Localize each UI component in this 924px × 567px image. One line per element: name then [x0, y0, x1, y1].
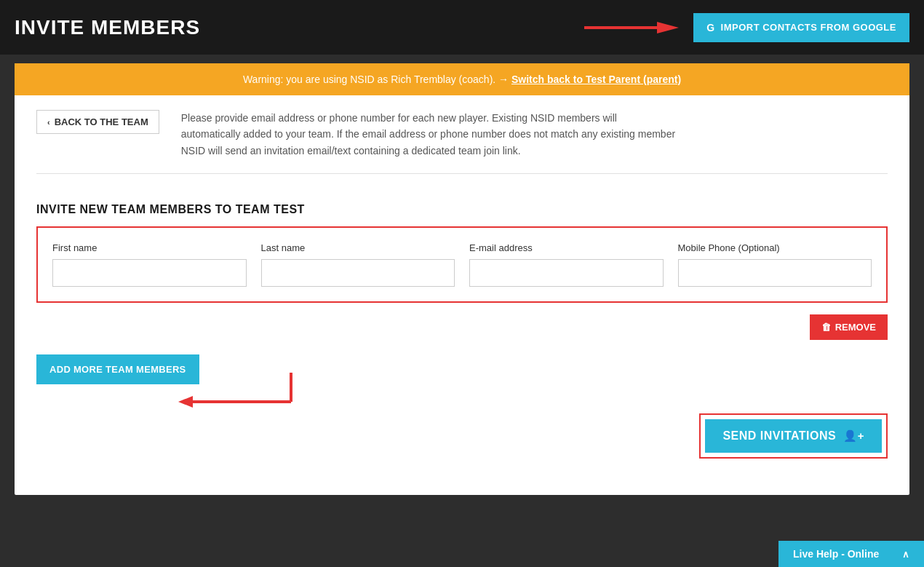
divider — [36, 173, 888, 174]
send-invitations-section: SEND INVITATIONS 👤+ — [36, 413, 888, 473]
header-arrow-decoration — [584, 19, 679, 36]
svg-marker-4 — [178, 396, 193, 408]
header: INVITE MEMBERS G IMPORT CONTACTS FROM GO… — [0, 0, 924, 55]
import-google-button[interactable]: G IMPORT CONTACTS FROM GOOGLE — [693, 13, 909, 42]
warning-arrow: → — [498, 74, 511, 85]
main-content: Warning: you are using NSID as Rich Trem… — [15, 63, 909, 495]
last-name-label: Last name — [261, 242, 455, 253]
add-more-section: ADD MORE TEAM MEMBERS — [36, 354, 888, 384]
remove-button-row: 🗑 REMOVE — [36, 314, 888, 340]
person-add-icon: 👤+ — [843, 429, 864, 443]
back-to-team-button[interactable]: ‹ BACK TO THE TEAM — [36, 110, 159, 134]
remove-label: REMOVE — [835, 322, 876, 333]
email-label: E-mail address — [469, 242, 664, 253]
member-form-row: First name Last name E-mail address Mobi… — [36, 226, 888, 303]
content-section: ‹ BACK TO THE TEAM Please provide email … — [15, 95, 909, 203]
chevron-up-icon: ∧ — [902, 549, 909, 560]
live-help-bar[interactable]: Live Help - Online ∧ — [778, 541, 924, 567]
invite-section-heading: INVITE NEW TEAM MEMBERS TO TEAM TEST — [36, 203, 888, 216]
last-name-field: Last name — [261, 242, 455, 287]
add-more-arrow-decoration — [178, 362, 295, 420]
trash-icon: 🗑 — [821, 322, 831, 333]
phone-field: Mobile Phone (Optional) — [678, 242, 872, 287]
first-name-input[interactable] — [52, 259, 247, 287]
back-info-row: ‹ BACK TO THE TEAM Please provide email … — [36, 110, 888, 159]
send-invitations-label: SEND INVITATIONS — [722, 429, 836, 443]
phone-input[interactable] — [678, 259, 872, 287]
last-name-input[interactable] — [261, 259, 455, 287]
page-title: INVITE MEMBERS — [15, 16, 200, 39]
chevron-left-icon: ‹ — [47, 118, 50, 127]
info-text: Please provide email address or phone nu… — [181, 110, 676, 159]
send-invitations-wrapper: SEND INVITATIONS 👤+ — [699, 413, 888, 459]
switch-back-link[interactable]: Switch back to Test Parent (parent) — [511, 74, 681, 85]
warning-text: Warning: you are using NSID as Rich Trem… — [243, 74, 495, 85]
google-icon: G — [706, 22, 714, 33]
email-field: E-mail address — [469, 242, 664, 287]
back-button-label: BACK TO THE TEAM — [55, 116, 148, 127]
live-help-label: Live Help - Online — [793, 548, 879, 560]
first-name-label: First name — [52, 242, 247, 253]
send-invitations-button[interactable]: SEND INVITATIONS 👤+ — [705, 419, 882, 453]
add-more-members-button[interactable]: ADD MORE TEAM MEMBERS — [36, 354, 199, 384]
first-name-field: First name — [52, 242, 247, 287]
svg-marker-1 — [657, 22, 679, 33]
import-google-label: IMPORT CONTACTS FROM GOOGLE — [721, 22, 896, 33]
remove-button[interactable]: 🗑 REMOVE — [810, 314, 888, 340]
warning-banner: Warning: you are using NSID as Rich Trem… — [15, 63, 909, 95]
phone-label: Mobile Phone (Optional) — [678, 242, 872, 253]
header-right: G IMPORT CONTACTS FROM GOOGLE — [584, 13, 909, 42]
add-more-label: ADD MORE TEAM MEMBERS — [49, 364, 186, 375]
invite-section: INVITE NEW TEAM MEMBERS TO TEAM TEST Fir… — [15, 203, 909, 495]
email-input[interactable] — [469, 259, 664, 287]
